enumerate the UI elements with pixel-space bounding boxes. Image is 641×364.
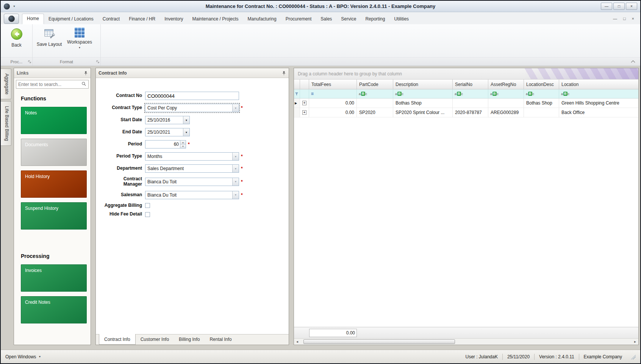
tab-rental-info[interactable]: Rental Info <box>205 334 236 345</box>
mdi-close-button[interactable]: × <box>632 16 634 21</box>
chevron-down-icon[interactable]: ▼ <box>183 116 189 124</box>
back-button[interactable]: Back <box>2 26 31 48</box>
scroll-left-button[interactable]: ◄ <box>294 339 300 345</box>
cell-locationdesc[interactable]: Bothas Shop <box>524 98 559 108</box>
filter-cell-location[interactable]: aBc <box>559 89 638 98</box>
ribbon-tab-finance-hr[interactable]: Finance / HR <box>124 14 160 24</box>
ribbon-collapse-icon[interactable] <box>630 59 636 64</box>
filter-cell-totalfees[interactable]: = <box>309 89 357 98</box>
period-spinner[interactable]: 60 ▲ ▼ <box>145 140 186 148</box>
pin-icon[interactable] <box>282 71 286 75</box>
search-icon[interactable] <box>81 81 86 87</box>
cell-location[interactable]: Green Hills Shopping Centre <box>559 98 638 108</box>
mdi-restore-button[interactable]: □ <box>623 16 626 21</box>
cell-serialno[interactable] <box>453 98 488 108</box>
cell-description[interactable]: Bothas Shop <box>393 98 453 108</box>
ribbon-tab-equipment-locations[interactable]: Equipment / Locations <box>44 14 98 24</box>
notes-button[interactable]: Notes <box>21 107 87 134</box>
scroll-thumb[interactable] <box>303 339 455 344</box>
cell-assetregno[interactable]: AREG000289 <box>488 108 524 117</box>
chevron-down-icon[interactable]: ▼ <box>232 191 239 199</box>
ribbon-tab-home[interactable]: Home <box>22 14 44 24</box>
column-header-partcode[interactable]: PartCode <box>357 80 393 89</box>
cell-locationdesc[interactable] <box>524 108 559 117</box>
expand-button[interactable]: + <box>302 110 306 115</box>
contract-no-input[interactable] <box>145 92 239 100</box>
links-search-input[interactable] <box>18 82 81 87</box>
ribbon-tab-sales[interactable]: Sales <box>316 14 336 24</box>
cell-description[interactable]: SP2020 Sprint Colour ... <box>393 108 453 117</box>
cell-serialno[interactable]: 2020-878787 <box>453 108 488 117</box>
chevron-down-icon[interactable]: ▼ <box>232 165 239 172</box>
cell-partcode[interactable]: SP2020 <box>357 108 393 117</box>
chevron-down-icon[interactable]: ▼ <box>232 104 239 112</box>
cell-partcode[interactable] <box>357 98 393 108</box>
save-layout-button[interactable]: Save Layout <box>34 26 64 47</box>
workspaces-button[interactable]: Workspaces ▼ <box>64 26 95 49</box>
maximize-button[interactable]: □ <box>613 3 625 10</box>
ribbon-tab-procurement[interactable]: Procurement <box>281 14 316 24</box>
ribbon-tab-inventory[interactable]: Inventory <box>160 14 188 24</box>
grid-row-1[interactable]: ▶ + 0.00 Bothas Shop Bothas Shop Green H… <box>294 98 638 108</box>
filter-cell-assetregno[interactable]: aBc <box>488 89 524 98</box>
group-by-bar[interactable]: Drag a column header here to group by th… <box>294 68 638 80</box>
close-button[interactable]: × <box>626 3 637 10</box>
expand-button[interactable]: + <box>302 101 306 105</box>
equals-operator-icon[interactable]: = <box>311 91 314 97</box>
invoices-button[interactable]: Invoices <box>21 264 87 292</box>
cell-totalfees[interactable]: 0.00 <box>309 98 357 108</box>
open-windows-button[interactable]: Open Windows ▼ <box>5 354 41 359</box>
mdi-minimize-button[interactable]: — <box>613 16 617 21</box>
suspend-history-button[interactable]: Suspend History <box>21 202 87 230</box>
ribbon-tab-manufacturing[interactable]: Manufacturing <box>243 14 281 24</box>
ribbon-tab-utilities[interactable]: Utilities <box>389 14 413 24</box>
salesman-combo[interactable]: Bianca Du Toit ▼ <box>145 191 239 199</box>
credit-notes-button[interactable]: Credit Notes <box>21 296 87 323</box>
filter-cell-locationdesc[interactable]: aBc <box>524 89 559 98</box>
chevron-down-icon[interactable]: ▼ <box>232 178 239 186</box>
tab-contract-info[interactable]: Contract Info <box>99 334 136 345</box>
aggregate-billing-checkbox[interactable] <box>145 203 150 208</box>
start-date-picker[interactable]: 25/10/2016 ▼ <box>145 116 190 124</box>
resize-grip[interactable] <box>630 354 636 359</box>
hold-history-button[interactable]: Hold History <box>21 170 87 198</box>
period-type-combo[interactable]: Months ▼ <box>145 152 239 161</box>
side-tab-life-based-billing[interactable]: Life Based Billing <box>1 101 11 146</box>
column-header-assetregno[interactable]: AssetRegNo <box>488 80 524 89</box>
minimize-button[interactable]: — <box>601 3 612 10</box>
pin-icon[interactable] <box>84 71 88 75</box>
column-header-serialno[interactable]: SerialNo <box>453 80 488 89</box>
cell-totalfees[interactable]: 0.00 <box>309 108 357 117</box>
filter-cell-serialno[interactable]: aBc <box>453 89 488 98</box>
ribbon-tab-maintenance-projects[interactable]: Maintenance / Projects <box>188 14 243 24</box>
scroll-right-button[interactable]: ► <box>632 339 638 345</box>
end-date-picker[interactable]: 25/10/2021 ▼ <box>145 128 190 136</box>
grid-row-2[interactable]: + 0.00 SP2020 SP2020 Sprint Colour ... 2… <box>294 108 638 117</box>
contract-manager-combo[interactable]: Bianca Du Toit ▼ <box>145 178 239 186</box>
cell-assetregno[interactable] <box>488 98 524 108</box>
cell-location[interactable]: Back Office <box>559 108 638 117</box>
filter-cell-partcode[interactable]: aBc <box>357 89 393 98</box>
dialog-launcher-icon[interactable] <box>28 59 31 64</box>
spin-up-icon[interactable]: ▲ <box>180 141 186 145</box>
chevron-down-icon[interactable]: ▼ <box>232 153 239 160</box>
application-menu-button[interactable] <box>4 14 19 24</box>
filter-cell-description[interactable]: aBc <box>393 89 453 98</box>
column-header-totalfees[interactable]: TotalFees <box>309 80 357 89</box>
ribbon-tab-service[interactable]: Service <box>336 14 361 24</box>
dialog-launcher-icon[interactable] <box>96 59 99 64</box>
ribbon-tab-reporting[interactable]: Reporting <box>361 14 389 24</box>
hide-fee-detail-checkbox[interactable] <box>145 212 150 217</box>
documents-button[interactable]: Documents <box>21 139 87 166</box>
column-header-description[interactable]: Description <box>393 80 453 89</box>
column-header-location[interactable]: Location <box>559 80 638 89</box>
chevron-down-icon[interactable]: ▼ <box>183 128 189 136</box>
tab-customer-info[interactable]: Customer Info <box>136 334 174 345</box>
spin-down-icon[interactable]: ▼ <box>180 145 186 148</box>
ribbon-tab-contract[interactable]: Contract <box>98 14 124 24</box>
side-tab-aggregate[interactable]: Aggregate <box>1 69 11 99</box>
horizontal-scrollbar[interactable]: ◄ ► <box>294 338 638 345</box>
department-combo[interactable]: Sales Department ▼ <box>145 164 239 173</box>
column-header-locationdesc[interactable]: LocationDesc <box>524 80 559 89</box>
quick-access-caret-icon[interactable]: ▼ <box>13 5 16 8</box>
